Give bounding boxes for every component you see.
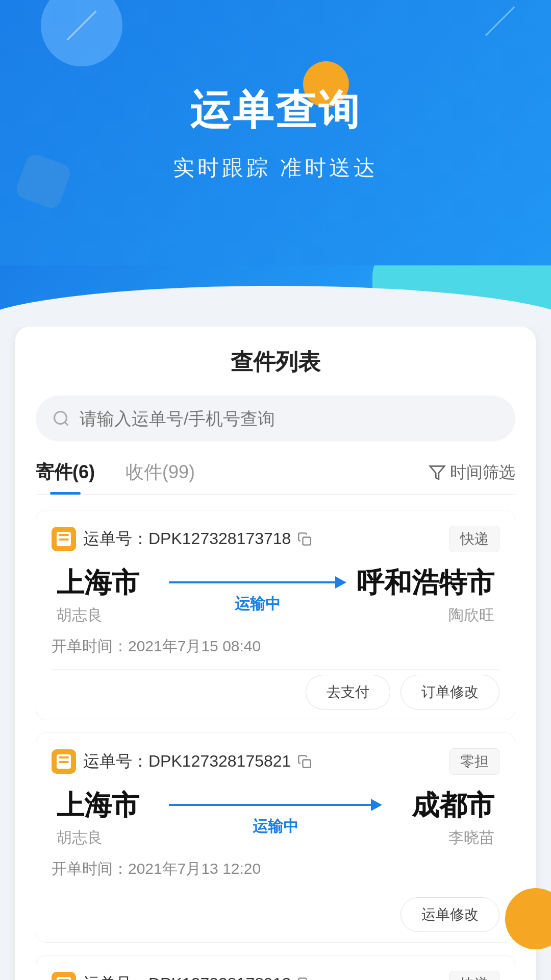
order-icon-inner-1 [57,754,71,769]
wave-transition [0,265,551,327]
wave-teal [372,265,551,327]
route-status-0: 运输中 [235,594,281,615]
filter-label: 时间筛选 [450,461,515,484]
route-arrow-1 [169,799,382,811]
search-bar[interactable] [36,396,515,442]
deco-shape-left [14,152,72,210]
from-person-1: 胡志良 [57,827,159,848]
deco-circle-top [41,0,122,66]
order-icon-inner-2 [57,977,71,980]
shipment-card-1: 运单号：DPK127328175821 零担 上海市 胡志良 [36,732,515,943]
shipment-date-0: 开单时间：2021年7月15 08:40 [52,636,499,657]
route-section-1: 上海市 胡志良 运输中 成都市 李晓苗 [52,787,499,848]
to-person-0: 陶欣旺 [357,605,494,626]
main-content: 查件列表 寄件(6) 收件(99) 时间筛选 [0,327,551,980]
to-city-0: 呼和浩特市 陶欣旺 [357,565,494,626]
shipment-card-2: 运单号：DPK127328178912 快递 [36,955,515,980]
copy-icon-2[interactable] [296,975,313,980]
to-city-name-0: 呼和浩特市 [357,565,494,602]
action-btn-0-1[interactable]: 订单修改 [400,675,499,709]
from-city-name-0: 上海市 [57,565,159,602]
hero-title: 运单查询 [190,83,361,138]
copy-icon-1[interactable] [296,753,313,770]
order-icon-inner-0 [57,532,71,546]
shipment-date-1: 开单时间：2021年7月13 12:20 [52,859,499,879]
to-city-name-1: 成都市 [392,787,494,824]
tab-sent[interactable]: 寄件(6) [36,460,95,494]
tab-received[interactable]: 收件(99) [126,460,195,494]
arrow-head-0 [335,576,346,589]
route-middle-0: 运输中 [159,576,357,615]
tab-filter[interactable]: 时间筛选 [429,461,515,493]
svg-rect-3 [303,537,311,545]
shipment-header-2: 运单号：DPK127328178912 快递 [52,971,499,980]
route-section-0: 上海市 胡志良 运输中 呼和浩特市 陶欣旺 [52,565,499,626]
copy-icon-0[interactable] [296,530,313,548]
deco-line-top-right [485,6,515,36]
to-person-1: 李晓苗 [392,827,494,848]
type-badge-2: 快递 [449,971,499,980]
order-icon-0 [52,527,76,551]
action-btn-1-0[interactable]: 运单修改 [400,897,499,932]
route-arrow-0 [169,576,346,589]
from-city-0: 上海市 胡志良 [57,565,159,626]
hero-subtitle: 实时跟踪 准时送达 [173,154,378,182]
card-list-container: 查件列表 寄件(6) 收件(99) 时间筛选 [15,327,536,980]
action-btn-0-0[interactable]: 去支付 [306,675,390,709]
tabs-section: 寄件(6) 收件(99) 时间筛选 [36,460,515,495]
search-input[interactable] [80,409,500,429]
order-number-1: 运单号：DPK127328175821 [83,750,291,773]
from-city-1: 上海市 胡志良 [57,787,159,848]
from-city-name-1: 上海市 [57,787,159,824]
arrow-line-0 [169,581,335,583]
card-list-title: 查件列表 [36,347,515,377]
order-number-2: 运单号：DPK127328178912 [83,973,291,980]
type-badge-1: 零担 [449,748,499,775]
order-icon-2 [52,972,76,980]
to-city-1: 成都市 李晓苗 [392,787,494,848]
shipment-header-1: 运单号：DPK127328175821 零担 [52,748,499,775]
svg-rect-4 [303,760,311,768]
svg-marker-2 [430,466,444,479]
arrow-head-1 [371,799,382,811]
from-person-0: 胡志良 [57,605,159,626]
order-number-0: 运单号：DPK127328173718 [83,528,291,550]
route-status-1: 运输中 [253,816,298,837]
route-middle-1: 运输中 [159,799,392,837]
search-icon [51,408,71,429]
card-actions-1: 运单修改 [52,892,499,932]
shipment-card-0: 运单号：DPK127328173718 快递 上海市 胡志良 [36,510,515,720]
arrow-line-1 [169,804,371,806]
card-actions-0: 去支付 订单修改 [52,669,499,709]
type-badge-0: 快递 [449,526,499,552]
svg-line-1 [65,422,68,426]
svg-point-0 [55,412,67,424]
shipment-header-0: 运单号：DPK127328173718 快递 [52,526,499,552]
hero-section: 运单查询 实时跟踪 准时送达 [0,0,551,265]
order-icon-1 [52,749,76,774]
